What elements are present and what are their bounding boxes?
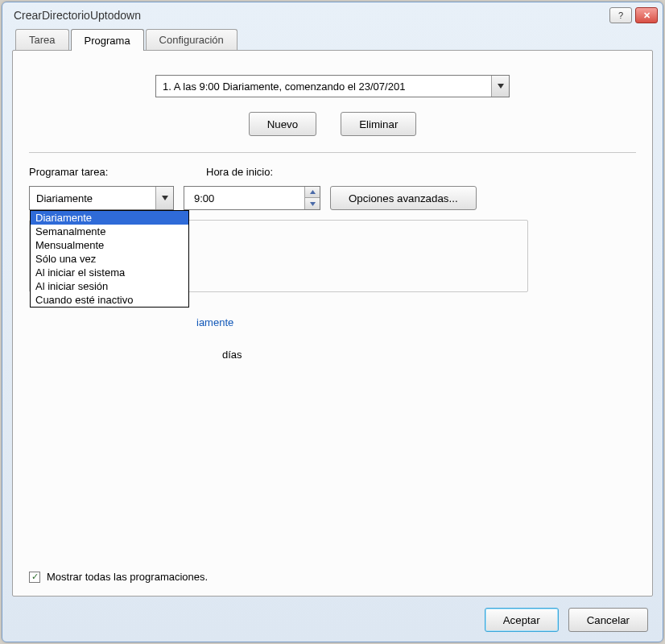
show-all-label: Mostrar todas las programaciones.	[47, 571, 208, 583]
schedule-dropdown[interactable]: 1. A las 9:00 Diariamente, comenzando el…	[155, 75, 510, 97]
help-button[interactable]: ?	[609, 7, 632, 23]
days-label: días	[222, 349, 242, 361]
divider	[29, 152, 636, 153]
list-item[interactable]: Al iniciar sesión	[31, 279, 188, 293]
dialog-window: CrearDirectorioUptodown ? ✕ Tarea Progra…	[2, 2, 663, 642]
list-item[interactable]: Mensualmente	[31, 238, 188, 252]
svg-marker-2	[310, 190, 316, 194]
frequency-dropdown-list: Diariamente Semanalmente Mensualmente Só…	[30, 210, 189, 308]
controls-row: Diariamente Diariamente Semanalmente Men…	[29, 186, 636, 210]
svg-marker-3	[310, 202, 316, 206]
close-icon: ✕	[643, 10, 651, 21]
list-item[interactable]: Cuando esté inactivo	[31, 293, 188, 307]
tab-strip: Tarea Programa Configuración	[15, 28, 653, 50]
tab-panel: 1. A las 9:00 Diariamente, comenzando el…	[12, 50, 653, 597]
list-item[interactable]: Diariamente	[31, 211, 188, 225]
tab-configuracion[interactable]: Configuración	[146, 29, 238, 51]
client-area: Tarea Programa Configuración 1. A las 9:…	[12, 28, 653, 632]
group-title-partial: iamente	[196, 316, 233, 328]
chevron-down-icon[interactable]	[491, 76, 509, 97]
frequency-combo-text: Diariamente	[30, 192, 155, 204]
advanced-options-button[interactable]: Opciones avanzadas...	[330, 186, 477, 210]
list-item[interactable]: Sólo una vez	[31, 252, 188, 266]
show-all-checkbox[interactable]: ✓	[29, 572, 40, 583]
spinner-buttons	[304, 187, 320, 209]
chevron-down-icon[interactable]	[155, 187, 173, 209]
start-time-value: 9:00	[184, 192, 304, 204]
new-delete-row: Nuevo Eliminar	[29, 112, 636, 136]
spin-up-button[interactable]	[305, 187, 320, 198]
dialog-buttons: Aceptar Cancelar	[12, 597, 653, 632]
schedule-task-label: Programar tarea:	[29, 166, 182, 178]
labels-row: Programar tarea: Hora de inicio:	[29, 166, 636, 178]
svg-marker-0	[498, 84, 504, 89]
list-item[interactable]: Al iniciar el sistema	[31, 266, 188, 279]
window-title: CrearDirectorioUptodown	[14, 9, 609, 22]
cancel-button[interactable]: Cancelar	[568, 608, 648, 632]
tab-tarea[interactable]: Tarea	[15, 29, 69, 51]
list-item[interactable]: Semanalmente	[31, 225, 188, 238]
svg-marker-1	[162, 196, 168, 200]
frequency-combo[interactable]: Diariamente Diariamente Semanalmente Men…	[29, 186, 174, 210]
delete-button[interactable]: Eliminar	[341, 112, 416, 136]
schedule-dropdown-text: 1. A las 9:00 Diariamente, comenzando el…	[156, 80, 491, 93]
ok-button[interactable]: Aceptar	[485, 608, 559, 632]
start-time-label: Hora de inicio:	[206, 166, 273, 178]
titlebar: CrearDirectorioUptodown ? ✕	[2, 2, 663, 28]
schedule-row: 1. A las 9:00 Diariamente, comenzando el…	[29, 75, 636, 97]
tab-programa[interactable]: Programa	[71, 29, 144, 51]
start-time-spinner[interactable]: 9:00	[184, 186, 320, 210]
close-button[interactable]: ✕	[635, 7, 658, 23]
show-all-row: ✓ Mostrar todas las programaciones.	[29, 571, 636, 583]
spin-down-button[interactable]	[305, 198, 320, 209]
new-button[interactable]: Nuevo	[249, 112, 317, 136]
titlebar-buttons: ? ✕	[609, 7, 658, 23]
check-icon: ✓	[31, 572, 39, 582]
help-icon: ?	[618, 10, 623, 20]
